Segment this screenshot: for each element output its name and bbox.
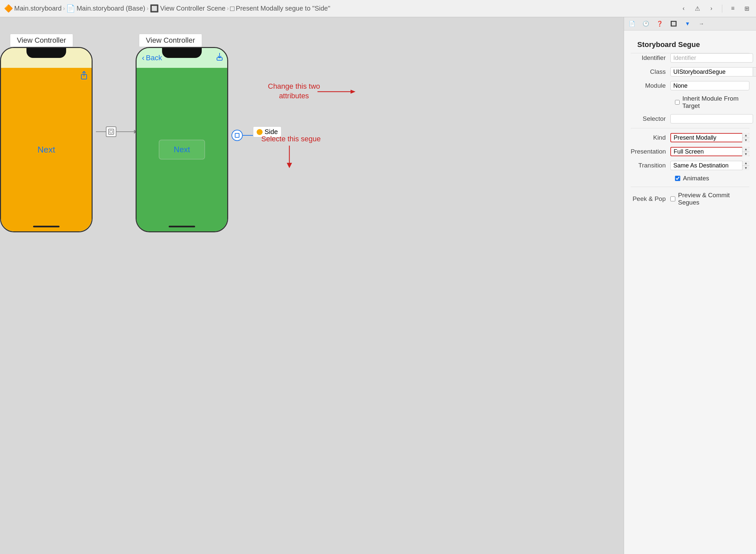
class-input-wrap: ↑ › xyxy=(670,67,756,76)
peek-pop-row: Peek & Pop Preview & Commit Segues xyxy=(631,191,749,206)
selector-label: Selector xyxy=(631,115,670,122)
breadcrumb-label-3: View Controller Scene xyxy=(160,5,226,12)
presentation-select-wrap: Full Screen Automatic Page Sheet Form Sh… xyxy=(670,147,749,156)
kind-stepper-up[interactable]: ▲ xyxy=(743,133,749,138)
breadcrumb-item-3[interactable]: 🔲 View Controller Scene xyxy=(150,4,226,13)
left-next-label: Next xyxy=(38,145,55,155)
class-info-button[interactable]: ↑ xyxy=(753,67,756,76)
connector-line-right xyxy=(116,131,136,132)
kind-select-wrap: Present Modally Show Show Detail Present… xyxy=(670,133,749,142)
breadcrumb-label-1: Main.storyboard xyxy=(14,5,62,12)
kind-row: Kind Present Modally Show Show Detail Pr… xyxy=(631,133,749,142)
transition-stepper-up[interactable]: ▲ xyxy=(743,161,749,166)
transition-stepper-down[interactable]: ▼ xyxy=(743,166,749,170)
left-phone-content: Next xyxy=(1,68,91,231)
nav-forward-button[interactable]: › xyxy=(706,3,717,14)
canvas-area[interactable]: View Controller Ne xyxy=(0,17,624,554)
module-select-wrap: None xyxy=(670,81,749,90)
panel-icon-bar: 📄 🕐 ❓ 🔲 ▼ → xyxy=(624,17,756,31)
panel-attributes-button[interactable]: ▼ xyxy=(683,19,692,29)
right-panel: 📄 🕐 ❓ 🔲 ▼ → Storyboard Segue Identifier … xyxy=(624,17,756,554)
breadcrumb-sep-3: › xyxy=(227,5,229,12)
panel-title: Storyboard Segue xyxy=(631,35,749,53)
preview-commit-checkbox[interactable] xyxy=(670,196,675,202)
side-yellow-icon xyxy=(257,129,263,135)
breadcrumb-item-1[interactable]: 🔶 Main.storyboard xyxy=(4,4,62,13)
class-input[interactable] xyxy=(670,67,753,76)
presentation-stepper-down[interactable]: ▼ xyxy=(743,152,749,157)
kind-stepper-down[interactable]: ▼ xyxy=(743,138,749,143)
left-phone-notch xyxy=(26,48,66,58)
annotation-change: Change this twoattributes xyxy=(268,82,320,101)
left-phone-body: Next xyxy=(1,48,91,231)
presentation-stepper[interactable]: ▲ ▼ xyxy=(742,147,749,156)
panel-id-button[interactable]: 🔲 xyxy=(669,19,678,29)
center-phone-notch xyxy=(162,48,202,58)
identifier-input[interactable] xyxy=(670,53,753,63)
annotation-select: Selecte this segue xyxy=(261,135,321,143)
breadcrumb-item-2[interactable]: 📄 Main.storyboard (Base) xyxy=(66,4,145,13)
module-label: Module xyxy=(631,82,670,89)
center-next-button[interactable]: Next xyxy=(159,140,205,160)
breadcrumb-label-2: Main.storyboard (Base) xyxy=(76,5,145,12)
module-select[interactable]: None xyxy=(670,81,749,90)
breadcrumb-sep-1: › xyxy=(63,5,65,12)
back-label: Back xyxy=(146,54,162,62)
scene-icon: 🔲 xyxy=(150,4,159,13)
animates-checkbox[interactable] xyxy=(675,176,680,181)
svg-rect-3 xyxy=(110,130,113,133)
transition-select[interactable]: Same As Destination Cover Vertical Flip … xyxy=(670,161,749,170)
left-vc-label: View Controller xyxy=(10,34,73,47)
kind-label: Kind xyxy=(631,134,670,141)
panel-file-button[interactable]: 📄 xyxy=(627,19,637,29)
main-area: View Controller Ne xyxy=(0,17,756,554)
presentation-select[interactable]: Full Screen Automatic Page Sheet Form Sh… xyxy=(670,147,749,156)
transition-label: Transition xyxy=(631,162,670,169)
left-phone-home-bar xyxy=(33,226,60,227)
inherit-module-checkbox[interactable] xyxy=(675,100,680,105)
identifier-label: Identifier xyxy=(631,54,670,62)
center-phone-container: ‹ Back Next xyxy=(136,47,228,232)
panel-body: Storyboard Segue Identifier Class ↑ › Mo… xyxy=(624,31,756,554)
presentation-stepper-up[interactable]: ▲ xyxy=(743,147,749,152)
transition-row: Transition Same As Destination Cover Ver… xyxy=(631,161,749,170)
grid-view-button[interactable]: ⊞ xyxy=(742,3,752,14)
warning-button[interactable]: ⚠ xyxy=(692,3,703,14)
breadcrumb: 🔶 Main.storyboard › 📄 Main.storyboard (B… xyxy=(4,4,330,13)
kind-stepper[interactable]: ▲ ▼ xyxy=(742,133,749,142)
transition-stepper[interactable]: ▲ ▼ xyxy=(742,161,749,170)
inherit-module-row: Inherit Module From Target xyxy=(631,95,749,110)
share-button[interactable] xyxy=(80,71,88,82)
panel-clock-button[interactable]: 🕐 xyxy=(641,19,650,29)
segue-connector-left xyxy=(96,126,136,137)
class-row: Class ↑ › xyxy=(631,67,749,76)
presentation-label: Presentation xyxy=(631,148,670,155)
nav-back-button[interactable]: ‹ xyxy=(678,3,689,14)
breadcrumb-sep-2: › xyxy=(146,5,148,12)
center-phone: ‹ Back Next xyxy=(136,47,228,232)
back-button[interactable]: ‹ Back xyxy=(142,53,162,63)
class-label: Class xyxy=(631,68,670,75)
segue-node[interactable] xyxy=(232,130,243,141)
svg-marker-7 xyxy=(351,90,356,94)
annotation-change-text: Change this twoattributes xyxy=(268,82,320,101)
divider-1 xyxy=(631,128,749,128)
center-phone-content: Next xyxy=(137,68,227,231)
selector-input[interactable] xyxy=(670,114,753,123)
left-phone: Next xyxy=(0,47,92,232)
left-phone-container: Next xyxy=(0,47,92,232)
peek-pop-label: Peek & Pop xyxy=(631,195,670,203)
transition-select-wrap: Same As Destination Cover Vertical Flip … xyxy=(670,161,749,170)
kind-select[interactable]: Present Modally Show Show Detail Present… xyxy=(670,133,749,142)
segue-icon-connector xyxy=(106,126,116,137)
annotation-select-arrow xyxy=(279,146,299,170)
download-button[interactable] xyxy=(216,53,223,63)
list-view-button[interactable]: ≡ xyxy=(728,3,738,14)
breadcrumb-item-4[interactable]: □ Present Modally segue to "Side" xyxy=(230,4,330,13)
panel-help-button[interactable]: ❓ xyxy=(655,19,665,29)
panel-connections-button[interactable]: → xyxy=(697,19,706,29)
segue-icon: □ xyxy=(230,4,235,13)
center-vc-label: View Controller xyxy=(139,34,202,47)
presentation-row: Presentation Full Screen Automatic Page … xyxy=(631,147,749,156)
toolbar: 🔶 Main.storyboard › 📄 Main.storyboard (B… xyxy=(0,0,756,17)
